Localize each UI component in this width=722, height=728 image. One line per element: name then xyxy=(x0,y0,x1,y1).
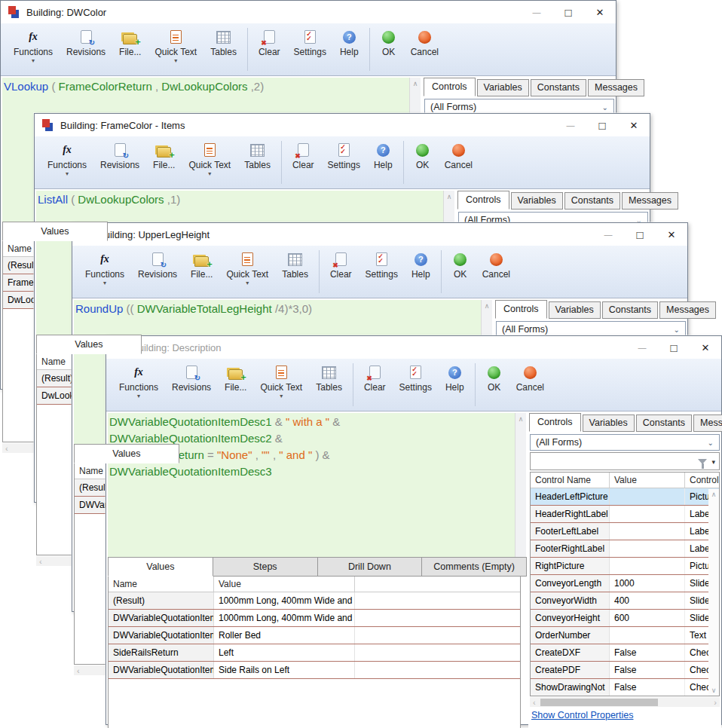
functions-button[interactable]: Functions xyxy=(112,362,165,411)
panel-tab[interactable]: Controls xyxy=(529,413,581,432)
dropdown-arrow-icon[interactable] xyxy=(66,170,69,179)
close-button[interactable] xyxy=(618,114,650,136)
file-button[interactable]: File... xyxy=(112,26,148,75)
controls-hscrollbar[interactable] xyxy=(530,697,720,707)
settings-button[interactable]: Settings xyxy=(321,139,367,188)
help-button[interactable]: Help xyxy=(367,139,399,188)
settings-button[interactable]: Settings xyxy=(287,26,333,75)
tables-button[interactable]: Tables xyxy=(275,249,315,298)
controls-row[interactable]: CreatePDF False Chec xyxy=(531,662,719,679)
controls-row[interactable]: ConveyorWidth 400 Slide xyxy=(531,592,719,610)
controls-row[interactable]: FooterLeftLabel Labe xyxy=(531,523,719,540)
controls-vscrollbar[interactable] xyxy=(708,489,719,696)
filter-input[interactable] xyxy=(530,452,720,470)
close-button[interactable] xyxy=(656,223,687,246)
values-row[interactable]: DWVariableQuotationItemDesc1 1000mm Long… xyxy=(109,610,520,627)
controls-row[interactable]: CreateDXF False Chec xyxy=(531,644,719,662)
cancel-button[interactable]: Cancel xyxy=(438,139,479,188)
result-tab[interactable]: Values xyxy=(74,444,179,463)
panel-tab[interactable]: Messages xyxy=(622,192,678,210)
controls-row[interactable]: HeaderLeftPicture Pictu xyxy=(531,488,719,506)
tables-button[interactable]: Tables xyxy=(309,362,349,411)
dropdown-arrow-icon[interactable] xyxy=(137,393,140,402)
clear-button[interactable]: Clear xyxy=(357,362,393,411)
functions-button[interactable]: Functions xyxy=(78,249,131,298)
forms-scope-dropdown[interactable]: (All Forms) ⌄ xyxy=(530,434,720,451)
title-bar[interactable]: Building: FrameColor - Items xyxy=(35,114,650,136)
panel-tab[interactable]: Controls xyxy=(495,300,547,319)
revisions-button[interactable]: Revisions xyxy=(60,26,112,75)
functions-button[interactable]: Functions xyxy=(41,139,93,188)
values-row[interactable]: DWVariableQuotationItemDesc2 Roller Bed xyxy=(109,627,520,644)
controls-row[interactable]: ConveyorLength 1000 Slide xyxy=(531,575,719,592)
panel-tab[interactable]: Constants xyxy=(531,79,586,96)
dropdown-arrow-icon[interactable] xyxy=(174,57,177,66)
close-button[interactable] xyxy=(584,1,616,23)
file-button[interactable]: File... xyxy=(146,139,182,188)
revisions-button[interactable]: Revisions xyxy=(131,249,184,298)
dropdown-arrow-icon[interactable] xyxy=(208,170,211,179)
panel-tab[interactable]: Variables xyxy=(477,79,529,96)
values-row[interactable]: SideRailsReturn Left xyxy=(109,644,520,662)
clear-button[interactable]: Clear xyxy=(323,249,359,298)
panel-tab[interactable]: Variables xyxy=(511,192,563,210)
dropdown-arrow-icon[interactable] xyxy=(280,393,283,402)
panel-tab[interactable]: Controls xyxy=(424,78,476,96)
revisions-button[interactable]: Revisions xyxy=(93,139,146,188)
title-bar[interactable]: Building: DWColor xyxy=(1,1,616,23)
formula-scrollbar[interactable] xyxy=(515,413,526,557)
help-button[interactable]: Help xyxy=(333,26,366,75)
result-tab[interactable]: Values xyxy=(2,222,108,241)
funnel-icon[interactable] xyxy=(698,459,707,464)
values-row[interactable]: (Result) 1000mm Long, 400mm Wide and 60 xyxy=(109,592,520,610)
maximize-button[interactable] xyxy=(586,114,618,136)
panel-tab[interactable]: Constants xyxy=(636,414,692,432)
cancel-button[interactable]: Cancel xyxy=(404,26,445,75)
file-button[interactable]: File... xyxy=(184,249,219,298)
controls-header-value[interactable]: Value xyxy=(610,473,685,488)
maximize-button[interactable] xyxy=(624,223,656,246)
ok-button[interactable]: OK xyxy=(445,249,476,298)
ok-button[interactable]: OK xyxy=(374,26,404,75)
maximize-button[interactable] xyxy=(658,336,690,359)
formula-editor[interactable]: DWVariableQuotationItemDesc1 & " with a … xyxy=(108,413,515,557)
title-bar[interactable]: Building: UpperLegHeight xyxy=(72,223,687,246)
panel-tab[interactable]: Messages xyxy=(659,301,716,319)
panel-tab[interactable]: Variables xyxy=(583,414,635,432)
result-tab[interactable]: Comments (Empty) xyxy=(421,557,527,577)
minimize-button[interactable] xyxy=(521,1,552,23)
help-button[interactable]: Help xyxy=(439,362,471,411)
show-control-properties-link[interactable]: Show Control Properties xyxy=(531,710,718,720)
minimize-button[interactable] xyxy=(555,114,586,136)
values-header-value[interactable]: Value xyxy=(214,577,355,592)
help-button[interactable]: Help xyxy=(405,249,437,298)
cancel-button[interactable]: Cancel xyxy=(476,249,517,298)
dropdown-arrow-icon[interactable] xyxy=(103,280,106,289)
close-button[interactable] xyxy=(690,336,721,359)
result-tab[interactable]: Steps xyxy=(213,557,318,577)
quick-text-button[interactable]: Quick Text xyxy=(182,139,237,188)
file-button[interactable]: File... xyxy=(218,362,253,411)
dropdown-arrow-icon[interactable] xyxy=(246,280,249,289)
controls-row[interactable]: RightPicture Pictu xyxy=(531,558,719,575)
panel-tab[interactable]: Constants xyxy=(564,192,620,210)
panel-tab[interactable]: Variables xyxy=(549,301,601,319)
values-header-name[interactable]: Name xyxy=(109,577,214,592)
controls-row[interactable]: ConveyorHeight 600 Slide xyxy=(531,610,719,627)
panel-tab[interactable]: Messages xyxy=(693,414,722,432)
cancel-button[interactable]: Cancel xyxy=(509,362,551,411)
panel-tab[interactable]: Messages xyxy=(588,79,644,96)
minimize-button[interactable] xyxy=(626,336,658,359)
ok-button[interactable]: OK xyxy=(408,139,438,188)
tables-button[interactable]: Tables xyxy=(203,26,243,75)
controls-header-type[interactable]: Control xyxy=(685,473,719,488)
ok-button[interactable]: OK xyxy=(479,362,509,411)
settings-button[interactable]: Settings xyxy=(393,362,439,411)
controls-header-name[interactable]: Control Name xyxy=(531,473,610,488)
controls-row[interactable]: ShowDrawingNot False Chec xyxy=(531,679,719,696)
panel-tab[interactable]: Constants xyxy=(602,301,658,319)
controls-row[interactable]: OrderNumber Text xyxy=(531,627,719,644)
controls-row[interactable]: FooterRightLabel Labe xyxy=(531,540,719,558)
panel-tab[interactable]: Controls xyxy=(457,191,509,210)
values-row[interactable]: DWVariableQuotationItemDesc3 Side Rails … xyxy=(109,662,520,679)
